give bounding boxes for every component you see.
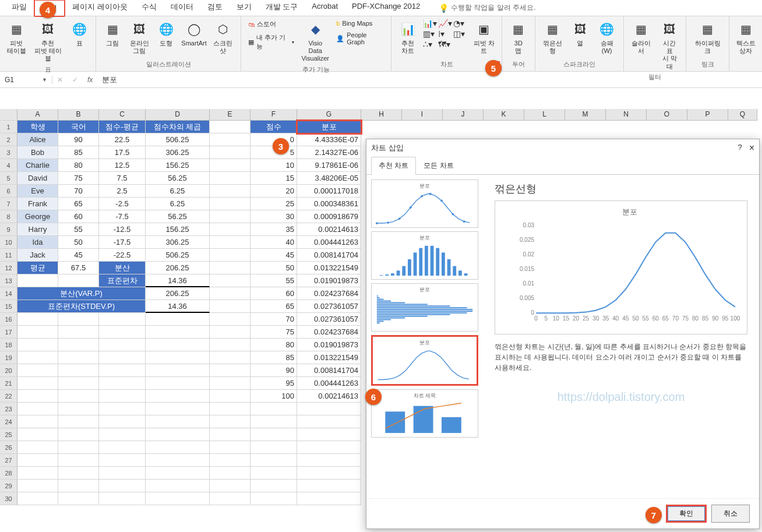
row-header[interactable]: 21 [0,377,17,390]
formula-content[interactable]: 분포 [102,75,117,85]
row-header[interactable]: 6 [0,185,17,198]
name-box[interactable]: G1 ▼ [0,76,52,84]
row-header[interactable]: 10 [0,236,17,249]
chevron-down-icon[interactable]: ▼ [42,77,47,83]
cell[interactable]: -7.5 [99,210,146,223]
chart-combo-icon[interactable]: ◫▾ [453,29,467,38]
cell[interactable]: 0.027361057 [297,300,361,313]
col-header-H[interactable]: H [361,109,402,120]
ribbon-btn[interactable]: ◯SmartArt [181,19,206,48]
chart-line-icon[interactable]: 📈▾ [438,19,452,28]
tab-recommended[interactable]: 추천 차트 [371,157,416,175]
cell[interactable] [146,415,210,428]
cell[interactable]: 12.5 [99,159,146,172]
cell[interactable] [17,428,58,441]
cell[interactable]: 85 [251,351,297,364]
cell[interactable] [17,339,58,351]
thumb-line-markers[interactable]: 분포 [371,179,478,228]
cell[interactable]: 80 [58,159,99,172]
cell[interactable]: -17.5 [99,236,146,249]
row-header[interactable]: 1 [0,121,17,133]
cell[interactable]: 2.5 [99,185,146,198]
cell[interactable] [297,480,361,492]
cell[interactable] [17,364,58,377]
cell[interactable] [251,428,297,441]
menu-Acrobat[interactable]: Acrobat [305,0,345,17]
cell[interactable]: 50 [251,262,297,274]
ribbon-btn[interactable]: ▦3D 맵 [507,19,530,56]
cell[interactable]: 6.25 [146,185,210,198]
cell[interactable]: -2.5 [99,198,146,210]
cell[interactable] [251,441,297,454]
cell[interactable] [210,467,251,480]
cell[interactable]: 156.25 [146,223,210,236]
cell[interactable] [210,428,251,441]
cell[interactable] [210,198,251,210]
cell[interactable] [210,287,251,300]
cell[interactable]: 95 [251,377,297,390]
cell[interactable]: -12.5 [99,223,146,236]
visio-button[interactable]: ◆ Visio Data Visualizer [300,19,330,64]
cell[interactable]: 56.25 [146,172,210,185]
cell[interactable] [210,133,251,146]
cell[interactable] [146,428,210,441]
cell[interactable] [210,262,251,274]
cell[interactable] [58,441,99,454]
cell[interactable] [17,480,58,492]
cell[interactable]: 0.008141704 [297,364,361,377]
thumb-combo[interactable]: 차트 제목 [371,389,478,438]
row-header[interactable]: 19 [0,351,17,364]
ribbon-btn[interactable]: ▦하이퍼링크 [691,19,724,56]
cell[interactable] [58,351,99,364]
col-header-J[interactable]: J [443,109,484,120]
cancel-icon[interactable]: ✕ [57,76,63,84]
col-header-M[interactable]: M [565,109,606,120]
col-header-I[interactable]: I [402,109,443,120]
col-header-L[interactable]: L [524,109,565,120]
row-header[interactable]: 9 [0,223,17,236]
cell[interactable]: 100 [251,390,297,403]
recommended-charts-button[interactable]: 📊 추천 차트 [396,19,419,56]
cell[interactable] [17,274,58,287]
cell[interactable]: 학생 [17,121,58,133]
menu-수식[interactable]: 수식 [135,0,164,17]
cell[interactable] [210,351,251,364]
cell[interactable]: Frank [17,198,58,210]
cell[interactable] [17,441,58,454]
cell[interactable]: 14.36 [146,274,210,287]
cell[interactable]: 0.004441263 [297,377,361,390]
cell[interactable] [17,467,58,480]
thumb-bar[interactable]: 분포 [371,283,478,332]
cell[interactable] [297,415,361,428]
cell[interactable] [17,415,58,428]
row-header[interactable]: 28 [0,467,17,480]
cell[interactable]: 0.027361057 [297,313,361,326]
cell[interactable]: 30 [251,210,297,223]
row-header[interactable]: 8 [0,210,17,223]
cell[interactable] [99,339,146,351]
ribbon-btn[interactable]: ▦피벗 테이블 [5,19,28,56]
col-header-P[interactable]: P [687,109,728,120]
cell[interactable] [99,428,146,441]
row-header[interactable]: 12 [0,262,17,274]
cell[interactable] [297,454,361,467]
cell[interactable] [210,210,251,223]
row-header[interactable]: 24 [0,415,17,428]
cell[interactable] [210,415,251,428]
row-header[interactable]: 22 [0,390,17,403]
cell[interactable]: 분산 [99,262,146,274]
cell[interactable] [17,377,58,390]
ribbon-btn[interactable]: ▦텍스트 상자 [734,19,757,56]
cell[interactable] [146,326,210,339]
row-header[interactable]: 29 [0,480,17,492]
row-header[interactable]: 30 [0,492,17,505]
tell-me-search[interactable]: 💡 수행할 작업을 알려 주세요. [439,3,535,13]
cell[interactable] [210,249,251,262]
ribbon-btn[interactable]: ▦꺾은선형 [540,19,565,56]
row-header[interactable]: 11 [0,249,17,262]
cell[interactable]: Eve [17,185,58,198]
cell[interactable]: 20 [251,185,297,198]
pivot-chart-button[interactable]: ▣ 피벗 차트 [471,19,496,56]
cell[interactable] [146,351,210,364]
cell[interactable]: 75 [58,172,99,185]
